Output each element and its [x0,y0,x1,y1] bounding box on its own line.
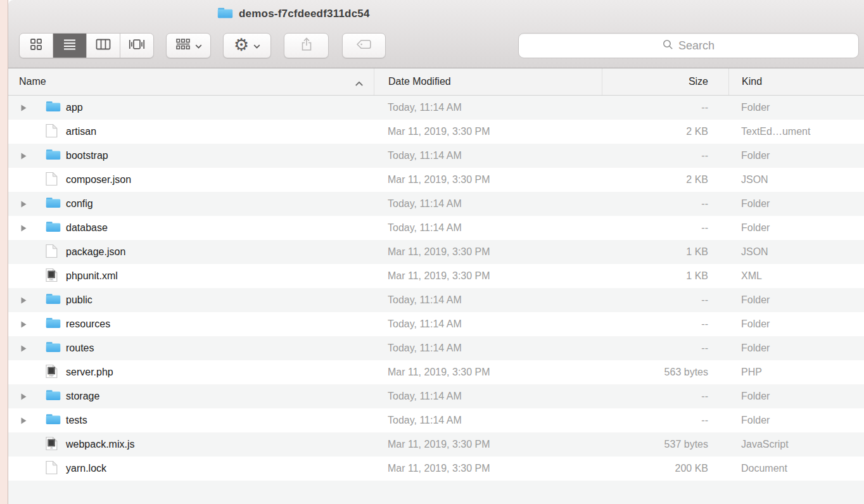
list-header: Name Date Modified Size Kind [8,68,864,96]
share-button[interactable] [284,33,329,58]
file-row[interactable]: public Today, 11:14 AM -- Folder [8,288,864,312]
disclosure-triangle[interactable] [21,104,29,111]
file-date-modified: Mar 11, 2019, 3:30 PM [374,367,602,378]
file-date-modified: Today, 11:14 AM [374,415,602,426]
disclosure-triangle[interactable] [21,321,29,328]
folder-icon [46,101,61,115]
file-row[interactable]: database Today, 11:14 AM -- Folder [8,216,864,240]
file-name-cell: JS webpack.mix.js [8,436,374,453]
file-name-cell: storage [8,389,374,403]
file-row[interactable]: tests Today, 11:14 AM -- Folder [8,408,864,432]
file-kind: Folder [728,391,864,402]
search-input[interactable]: Search [518,33,859,58]
file-size: 1 KB [602,246,728,258]
file-date-modified: Today, 11:14 AM [374,391,602,402]
group-grid-icon [175,38,191,53]
file-row[interactable]: bootstrap Today, 11:14 AM -- Folder [8,144,864,168]
folder-icon [46,341,61,355]
empty-row [8,481,864,504]
group-button[interactable] [166,33,211,58]
disclosure-triangle[interactable] [21,201,29,208]
disclosure-triangle[interactable] [21,225,29,232]
file-kind: Folder [728,150,864,161]
disclosure-triangle[interactable] [21,393,29,400]
disclosure-triangle[interactable] [21,153,29,160]
file-name: bootstrap [66,150,108,161]
file-name-cell: PHP server.php [8,364,374,381]
document-icon [46,460,58,477]
file-name: config [66,198,93,210]
column-header-date-modified[interactable]: Date Modified [374,68,602,95]
file-row[interactable]: PHP server.php Mar 11, 2019, 3:30 PM 563… [8,360,864,384]
column-header-name[interactable]: Name [8,68,374,95]
share-icon [300,37,314,54]
document-icon [46,172,58,189]
file-kind: XML [728,270,864,282]
file-name-cell: artisan [8,123,374,141]
file-row[interactable]: artisan Mar 11, 2019, 3:30 PM 2 KB TextE… [8,120,864,144]
icon-view-icon [29,37,43,54]
document-icon [46,244,58,261]
file-name-cell: public [8,293,374,307]
column-header-kind[interactable]: Kind [728,68,864,95]
window-title: demos-f7cfdeedf311dc54 [239,8,370,20]
disclosure-triangle[interactable] [21,297,29,304]
file-row[interactable]: resources Today, 11:14 AM -- Folder [8,312,864,336]
tag-button[interactable] [342,33,386,58]
file-date-modified: Mar 11, 2019, 3:30 PM [374,439,602,450]
list-view-button[interactable] [53,34,87,58]
file-date-modified: Today, 11:14 AM [374,198,602,210]
file-name-cell: package.json [8,244,374,261]
file-date-modified: Today, 11:14 AM [374,150,602,161]
file-kind: Document [728,463,864,474]
folder-icon [46,317,61,331]
icon-view-button[interactable] [20,34,53,58]
file-row[interactable]: app Today, 11:14 AM -- Folder [8,96,864,120]
file-name: yarn.lock [66,463,106,474]
gear-icon: ⚙ [234,36,249,53]
file-name-cell: routes [8,341,374,355]
file-name: storage [66,391,99,402]
file-kind: Folder [728,102,864,113]
file-row[interactable]: storage Today, 11:14 AM -- Folder [8,384,864,408]
file-name-cell: yarn.lock [8,460,374,477]
svg-text:XML: XML [49,279,54,281]
file-date-modified: Mar 11, 2019, 3:30 PM [374,126,602,137]
file-row[interactable]: routes Today, 11:14 AM -- Folder [8,336,864,360]
file-size: -- [602,102,728,113]
file-date-modified: Today, 11:14 AM [374,222,602,234]
file-row[interactable]: JS webpack.mix.js Mar 11, 2019, 3:30 PM … [8,432,864,457]
column-view-button[interactable] [87,34,120,58]
file-kind: Folder [728,415,864,426]
folder-icon [46,221,61,235]
file-date-modified: Mar 11, 2019, 3:30 PM [374,246,602,258]
view-mode-segmented-control [19,33,154,58]
file-size: 563 bytes [602,367,728,378]
file-row[interactable]: yarn.lock Mar 11, 2019, 3:30 PM 200 KB D… [8,457,864,481]
file-name: phpunit.xml [66,270,118,282]
column-header-size[interactable]: Size [602,68,728,95]
file-size: -- [602,150,728,161]
file-row[interactable]: config Today, 11:14 AM -- Folder [8,192,864,216]
file-size: -- [602,415,728,426]
file-date-modified: Today, 11:14 AM [374,294,602,306]
disclosure-triangle[interactable] [21,417,29,424]
file-row[interactable]: composer.json Mar 11, 2019, 3:30 PM 2 KB… [8,168,864,192]
file-row[interactable]: package.json Mar 11, 2019, 3:30 PM 1 KB … [8,240,864,264]
code-document-icon: JS [46,436,58,453]
window-chrome: demos-f7cfdeedf311dc54 [8,0,864,68]
file-kind: Folder [728,198,864,210]
file-row[interactable]: XML phpunit.xml Mar 11, 2019, 3:30 PM 1 … [8,264,864,288]
file-kind: JavaScript [728,439,864,450]
file-date-modified: Mar 11, 2019, 3:30 PM [374,174,602,186]
column-view-icon [96,39,111,53]
gallery-view-button[interactable] [120,34,153,58]
file-name: server.php [66,367,113,378]
file-date-modified: Mar 11, 2019, 3:30 PM [374,270,602,282]
file-name-cell: XML phpunit.xml [8,268,374,285]
file-name-cell: bootstrap [8,149,374,163]
disclosure-triangle[interactable] [21,345,29,352]
titlebar[interactable]: demos-f7cfdeedf311dc54 [8,0,864,28]
file-date-modified: Today, 11:14 AM [374,343,602,354]
action-button[interactable]: ⚙ [223,33,271,58]
